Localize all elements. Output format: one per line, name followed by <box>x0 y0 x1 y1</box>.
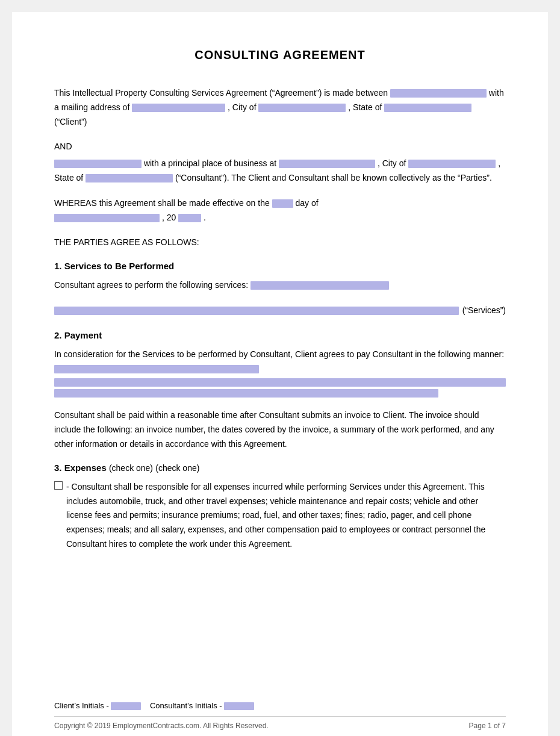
section2-text1: In consideration for the Services to be … <box>54 349 504 359</box>
fill-payment-line2 <box>54 378 506 387</box>
section3-subheading: (check one) <box>109 463 153 473</box>
intro-text1: This Intellectual Property Consulting Se… <box>54 88 388 98</box>
section3-text: - Consultant shall be responsible for al… <box>66 480 506 552</box>
fill-consultant-initials <box>224 702 254 710</box>
fill-services-line1 <box>250 281 389 290</box>
intro-text3: , City of <box>228 102 256 112</box>
section1-text1: Consultant agrees to perform the followi… <box>54 280 248 290</box>
section3-heading: 3. Expenses (check one) (check one) <box>54 463 506 473</box>
fill-day <box>272 199 293 208</box>
fill-month <box>54 214 160 222</box>
fill-year <box>178 214 201 222</box>
fill-client-name <box>390 89 487 98</box>
consultant-initials-label: Consultant’s Initials - <box>150 701 222 710</box>
fill-mailing-address <box>132 104 225 112</box>
section2-body: In consideration for the Services to be … <box>54 348 506 398</box>
section1-body: Consultant agrees to perform the followi… <box>54 278 506 293</box>
fill-consultant-state <box>86 174 173 182</box>
intro-text4: , State of <box>348 102 382 112</box>
parties-agree: THE PARTIES AGREE AS FOLLOWS: <box>54 235 506 250</box>
document-title: CONSULTING AGREEMENT <box>54 48 506 62</box>
and-label: AND <box>54 140 506 154</box>
section1-text2: (“Services”) <box>462 304 506 318</box>
fill-business-address <box>279 160 375 168</box>
intro-paragraph: This Intellectual Property Consulting Se… <box>54 86 506 129</box>
whereas-text1: WHEREAS this Agreement shall be made eff… <box>54 198 270 208</box>
whereas-paragraph: WHEREAS this Agreement shall be made eff… <box>54 196 506 225</box>
and-text4: (“Consultant”). The Client and Consultan… <box>175 173 492 182</box>
whereas-text2: day of <box>296 198 319 208</box>
and-paragraph: AND with a principal place of business a… <box>54 140 506 185</box>
section3-subheading-text: (check one) <box>155 463 199 473</box>
fill-state <box>384 104 471 112</box>
fill-consultant-name <box>54 160 142 168</box>
section3-body: - Consultant shall be responsible for al… <box>54 480 506 552</box>
checkbox-expenses[interactable] <box>54 481 63 490</box>
whereas-text3: , 20 <box>162 213 176 222</box>
whereas-text4: . <box>204 213 206 222</box>
client-initials-label: Client’s Initials - <box>54 701 109 710</box>
fill-payment-line1 <box>54 365 259 373</box>
intro-text5: (“Client”) <box>54 117 87 126</box>
footer: Client’s Initials - Consultant’s Initial… <box>54 701 506 730</box>
and-text2: , City of <box>378 158 406 168</box>
and-text1: with a principal place of business at <box>144 158 276 168</box>
copyright-text: Copyright © 2019 EmploymentContracts.com… <box>54 722 269 730</box>
section2-invoice-para: Consultant shall be paid within a reason… <box>54 408 506 451</box>
fill-services-line2 <box>54 307 459 315</box>
footer-copyright: Copyright © 2019 EmploymentContracts.com… <box>54 716 506 730</box>
section3-checkbox-block: - Consultant shall be responsible for al… <box>54 480 506 552</box>
fill-payment-line3 <box>54 389 438 398</box>
page-number: Page 1 of 7 <box>469 722 506 730</box>
fill-client-initials <box>111 702 141 710</box>
fill-city <box>258 104 346 112</box>
section1-services-line: (“Services”) <box>54 304 506 318</box>
section2-heading: 2. Payment <box>54 330 506 340</box>
fill-consultant-city <box>408 160 496 168</box>
footer-initials: Client’s Initials - Consultant’s Initial… <box>54 701 506 710</box>
section1-heading: 1. Services to Be Performed <box>54 261 506 271</box>
document-page: CONSULTING AGREEMENT This Intellectual P… <box>12 12 548 736</box>
